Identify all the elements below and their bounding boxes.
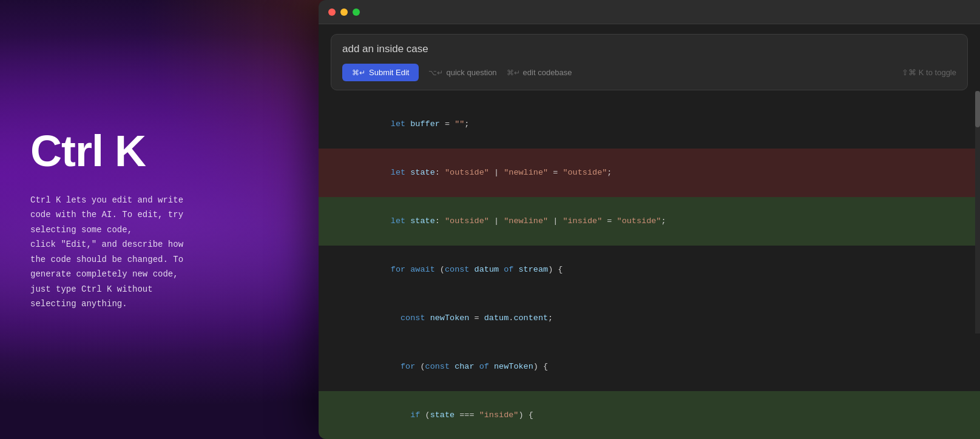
left-panel: Ctrl K Ctrl K lets you edit and write co… bbox=[0, 0, 279, 439]
table-row: for await (const datum of stream) { bbox=[319, 246, 980, 294]
command-actions: ⌘↵ Submit Edit ⌥↵ quick question ⌘↵ edit… bbox=[342, 64, 956, 81]
editor-window: add an inside case ⌘↵ Submit Edit ⌥↵ qui… bbox=[319, 0, 980, 439]
quick-question-action: ⌥↵ quick question bbox=[428, 68, 496, 77]
page-title: Ctrl K bbox=[30, 127, 249, 175]
line-content: for (const char of newToken) { bbox=[346, 343, 980, 390]
close-dot[interactable] bbox=[328, 8, 336, 16]
description-text: Ctrl K lets you edit and write code with… bbox=[30, 193, 249, 312]
toggle-hint: ⇧⌘ K to toggle bbox=[902, 68, 956, 77]
code-editor[interactable]: let buffer = ""; let state: "outside" | … bbox=[319, 100, 980, 439]
edit-codebase-shortcut: ⌘↵ bbox=[507, 69, 520, 77]
edit-codebase-label: edit codebase bbox=[523, 68, 572, 77]
command-bar: add an inside case ⌘↵ Submit Edit ⌥↵ qui… bbox=[331, 34, 968, 90]
table-row: const newToken = datum.content; bbox=[319, 294, 980, 343]
line-content: for await (const datum of stream) { bbox=[346, 246, 980, 293]
command-input[interactable]: add an inside case bbox=[342, 43, 956, 55]
submit-label: Submit Edit bbox=[369, 68, 409, 77]
line-content: const newToken = datum.content; bbox=[346, 295, 980, 342]
line-content: let state: "outside" | "newline" = "outs… bbox=[346, 149, 980, 196]
line-content: let state: "outside" | "newline" | "insi… bbox=[346, 198, 980, 245]
table-row: for (const char of newToken) { bbox=[319, 343, 980, 391]
minimize-dot[interactable] bbox=[340, 8, 348, 16]
table-row: let state: "outside" | "newline" = "outs… bbox=[319, 149, 980, 197]
line-content: if (state === "inside") { bbox=[346, 392, 980, 439]
quick-question-shortcut: ⌥↵ bbox=[428, 69, 443, 77]
maximize-dot[interactable] bbox=[353, 8, 360, 16]
quick-question-label: quick question bbox=[446, 68, 496, 77]
table-row: let buffer = ""; bbox=[319, 100, 980, 149]
submit-shortcut: ⌘↵ bbox=[352, 69, 365, 77]
scrollbar-thumb[interactable] bbox=[975, 91, 980, 127]
submit-edit-button[interactable]: ⌘↵ Submit Edit bbox=[342, 64, 419, 81]
table-row: if (state === "inside") { bbox=[319, 391, 980, 439]
window-chrome bbox=[319, 0, 980, 24]
scrollbar-track[interactable] bbox=[975, 91, 980, 333]
table-row: let state: "outside" | "newline" | "insi… bbox=[319, 197, 980, 246]
edit-codebase-action: ⌘↵ edit codebase bbox=[507, 68, 572, 77]
line-content: let buffer = ""; bbox=[346, 101, 980, 148]
